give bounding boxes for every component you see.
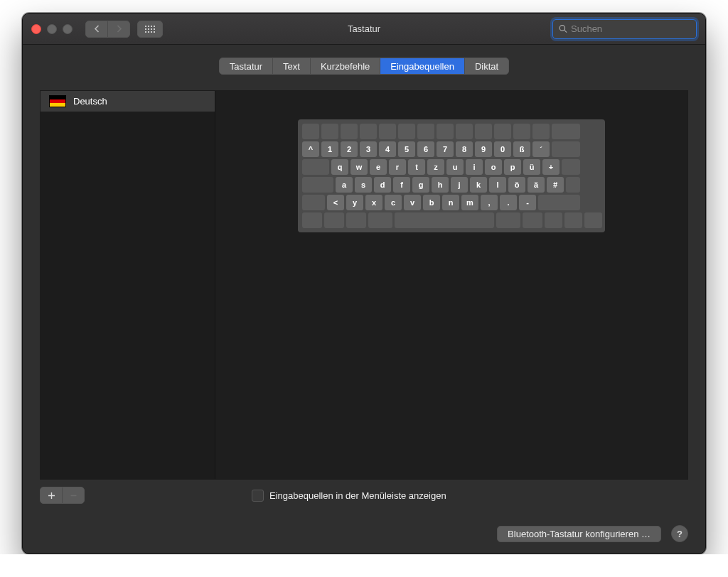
key: 0 [494, 141, 511, 157]
key: ß [513, 141, 530, 157]
key: 3 [360, 141, 377, 157]
key: 2 [341, 141, 358, 157]
key [545, 212, 562, 228]
source-label: Deutsch [73, 96, 107, 107]
source-item[interactable]: Deutsch [41, 91, 215, 112]
help-icon: ? [677, 529, 682, 539]
grid-icon [145, 26, 155, 33]
key: w [350, 159, 368, 175]
key [417, 124, 434, 139]
keyboard-diagram: ^1234567890ß´qwertzuiopü+asdfghjklöä#<yx… [298, 119, 605, 232]
key [379, 124, 396, 139]
svg-line-1 [564, 30, 567, 32]
key [398, 124, 415, 139]
key: ^ [302, 141, 319, 157]
add-source-button[interactable] [41, 487, 62, 503]
key [562, 159, 580, 175]
plus-icon [48, 492, 55, 500]
body: TastaturTextKurzbefehleEingabequellenDik… [23, 45, 705, 554]
key [324, 212, 344, 228]
key [552, 141, 580, 157]
key [552, 124, 580, 139]
key: n [442, 195, 459, 210]
key: z [427, 159, 444, 175]
key: p [504, 159, 521, 175]
key [564, 212, 582, 228]
key [566, 177, 580, 193]
forward-button[interactable] [107, 21, 129, 37]
key: e [370, 159, 387, 175]
key [523, 212, 542, 228]
key: # [547, 177, 564, 193]
key: 6 [417, 141, 434, 157]
show-all-button[interactable] [137, 21, 163, 38]
tab-diktat[interactable]: Diktat [464, 58, 508, 74]
checkbox-box [252, 490, 264, 502]
key [302, 212, 322, 228]
close-button[interactable] [31, 24, 41, 34]
search-icon [559, 24, 567, 33]
svg-point-0 [560, 26, 564, 31]
key: m [461, 195, 478, 210]
tab-text[interactable]: Text [272, 58, 310, 74]
key [494, 124, 511, 139]
back-button[interactable] [86, 21, 107, 37]
key: ö [508, 177, 525, 193]
key: u [446, 159, 464, 175]
key [360, 124, 377, 139]
key [513, 124, 530, 139]
key: l [489, 177, 506, 193]
chevron-left-icon [94, 25, 100, 33]
key: y [346, 195, 363, 210]
key: + [542, 159, 560, 175]
key: v [404, 195, 421, 210]
key: 5 [398, 141, 415, 157]
key [437, 124, 454, 139]
zoom-button[interactable] [63, 24, 73, 34]
flag-icon [49, 95, 66, 107]
content-area: Deutsch ^1234567890ß´qwertzuiopü+asdfghj… [40, 90, 688, 480]
key: j [451, 177, 468, 193]
key [368, 212, 392, 228]
key: 8 [456, 141, 473, 157]
key [346, 212, 366, 228]
search-field[interactable] [552, 19, 697, 39]
list-footer-row: Eingabequellen in der Menüleiste anzeige… [40, 487, 688, 504]
nav-buttons [85, 21, 163, 38]
key: 4 [379, 141, 396, 157]
key: x [365, 195, 382, 210]
key: c [385, 195, 402, 210]
bluetooth-keyboard-button[interactable]: Bluetooth-Tastatur konfigurieren … [497, 526, 661, 542]
key: 1 [321, 141, 338, 157]
search-input[interactable] [571, 23, 690, 34]
key: ´ [532, 141, 550, 157]
minimize-button[interactable] [47, 24, 57, 34]
key [456, 124, 473, 139]
key: a [336, 177, 353, 193]
footer: Bluetooth-Tastatur konfigurieren … ? [40, 504, 688, 542]
titlebar: Tastatur [23, 14, 705, 45]
show-in-menubar-checkbox[interactable]: Eingabequellen in der Menüleiste anzeige… [252, 490, 446, 502]
add-remove-buttons [40, 487, 85, 504]
checkbox-label: Eingabequellen in der Menüleiste anzeige… [269, 490, 446, 501]
remove-source-button[interactable] [62, 487, 84, 503]
key [302, 124, 319, 139]
key [538, 195, 580, 210]
key [341, 124, 358, 139]
key [302, 195, 325, 210]
key: - [519, 195, 536, 210]
key: k [470, 177, 487, 193]
key [532, 124, 550, 139]
key: . [500, 195, 517, 210]
tab-tastatur[interactable]: Tastatur [220, 58, 272, 74]
key: 7 [437, 141, 454, 157]
key: d [374, 177, 391, 193]
key: i [466, 159, 483, 175]
tab-eingabequellen[interactable]: Eingabequellen [380, 58, 464, 74]
input-source-list[interactable]: Deutsch [41, 91, 215, 479]
key: t [408, 159, 425, 175]
key: o [485, 159, 502, 175]
help-button[interactable]: ? [671, 525, 688, 542]
tab-kurzbefehle[interactable]: Kurzbefehle [310, 58, 380, 74]
key: b [423, 195, 440, 210]
